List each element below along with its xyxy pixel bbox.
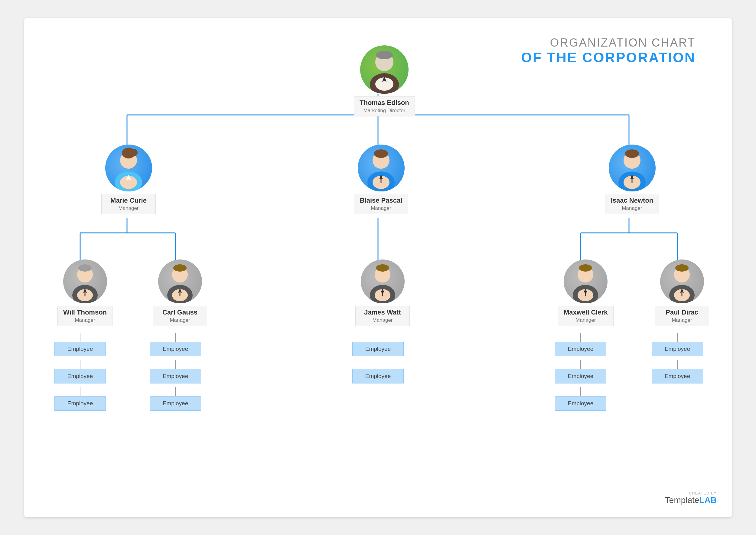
title-line1: ORGANIZATION CHART xyxy=(521,36,695,49)
manager3-role: Manager xyxy=(610,205,654,211)
svg-point-34 xyxy=(130,149,138,156)
manager1-node: Marie Curie Manager xyxy=(101,145,156,214)
emp-sub1-1: Employee xyxy=(54,342,106,356)
manager1-role: Manager xyxy=(107,205,150,211)
ceo-node: Thomas Edison Marketing Director xyxy=(354,45,415,116)
sub2-avatar xyxy=(158,260,202,303)
emp-sub1-3: Employee xyxy=(54,396,106,411)
sub5-node: Paul Dirac Manager xyxy=(655,260,709,326)
emp-sub2-2: Employee xyxy=(150,369,201,383)
manager3-avatar xyxy=(609,145,656,191)
emp-sub5-2: Employee xyxy=(652,369,703,383)
svg-point-63 xyxy=(376,264,389,271)
title-line2: OF THE CORPORATION xyxy=(521,49,695,66)
sub1-label: Will Thomson Manager xyxy=(57,306,112,326)
sub1-name: Will Thomson xyxy=(63,308,107,316)
emp-sub2-1: Employee xyxy=(150,342,201,356)
emp-sub3-2: Employee xyxy=(352,369,404,383)
manager3-name: Isaac Newton xyxy=(610,197,654,205)
sub3-label: James Watt Manager xyxy=(355,306,410,326)
sub3-name: James Watt xyxy=(361,308,404,316)
manager1-avatar xyxy=(105,145,152,191)
sub3-node: James Watt Manager xyxy=(355,260,410,326)
emp-sub3-1: Employee xyxy=(352,342,404,356)
sub2-label: Carl Gauss Manager xyxy=(153,306,207,326)
sub4-name: Maxwell Clerk xyxy=(564,308,608,316)
manager2-name: Blaise Pascal xyxy=(360,197,403,205)
sub1-role: Manager xyxy=(63,317,107,323)
ceo-role: Marketing Director xyxy=(360,108,409,114)
manager1-label: Marie Curie Manager xyxy=(101,194,156,214)
manager2-role: Manager xyxy=(360,205,403,211)
svg-point-39 xyxy=(374,150,388,158)
sub2-node: Carl Gauss Manager xyxy=(153,260,207,326)
watermark: CREATED BY TemplateLAB xyxy=(665,491,717,505)
page-container: ORGANIZATION CHART OF THE CORPORATION xyxy=(24,18,732,517)
emp-sub1-2: Employee xyxy=(54,369,106,383)
title-area: ORGANIZATION CHART OF THE CORPORATION xyxy=(521,36,695,66)
emp-sub2-3: Employee xyxy=(150,396,201,411)
manager1-name: Marie Curie xyxy=(107,197,150,205)
manager2-avatar xyxy=(358,145,405,191)
sub1-avatar xyxy=(63,260,107,303)
emp-sub4-2: Employee xyxy=(555,369,606,383)
sub2-role: Manager xyxy=(158,317,201,323)
sub3-role: Manager xyxy=(361,317,404,323)
sub5-name: Paul Dirac xyxy=(660,308,703,316)
sub4-label: Maxwell Clerk Manager xyxy=(558,306,614,326)
sub4-avatar xyxy=(564,260,607,303)
emp-sub4-1: Employee xyxy=(555,342,606,356)
sub4-node: Maxwell Clerk Manager xyxy=(558,260,614,326)
manager3-node: Isaac Newton Manager xyxy=(605,145,659,214)
ceo-avatar xyxy=(360,45,408,94)
watermark-brand: TemplateLAB xyxy=(665,495,717,505)
svg-point-69 xyxy=(579,264,592,271)
sub3-avatar xyxy=(361,260,405,303)
watermark-brand-light: Template xyxy=(665,495,699,505)
svg-point-31 xyxy=(376,51,393,59)
sub1-node: Will Thomson Manager xyxy=(57,260,112,326)
sub5-role: Manager xyxy=(660,317,703,323)
manager2-node: Blaise Pascal Manager xyxy=(354,145,408,214)
svg-point-57 xyxy=(173,264,186,271)
svg-point-51 xyxy=(78,264,92,271)
manager3-label: Isaac Newton Manager xyxy=(605,194,659,214)
sub4-role: Manager xyxy=(564,317,608,323)
manager2-label: Blaise Pascal Manager xyxy=(354,194,408,214)
watermark-created: CREATED BY xyxy=(689,491,717,495)
ceo-label: Thomas Edison Marketing Director xyxy=(354,96,415,116)
emp-sub4-3: Employee xyxy=(555,396,606,411)
emp-sub5-1: Employee xyxy=(652,342,703,356)
watermark-brand-bold: LAB xyxy=(699,495,717,505)
sub5-avatar xyxy=(660,260,704,303)
svg-point-45 xyxy=(625,150,639,158)
sub2-name: Carl Gauss xyxy=(158,308,201,316)
sub5-label: Paul Dirac Manager xyxy=(655,306,709,326)
ceo-name: Thomas Edison xyxy=(360,99,409,107)
svg-point-75 xyxy=(675,264,688,271)
